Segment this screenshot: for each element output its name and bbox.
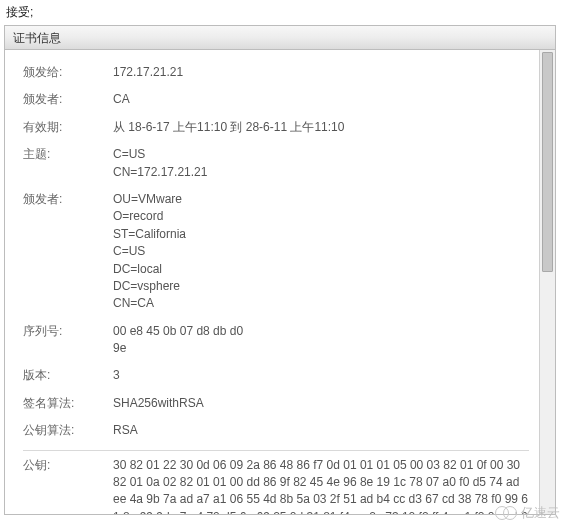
label-validity: 有效期: [23,119,113,136]
label-pk-algo: 公钥算法: [23,422,113,439]
value-issued-by: OU=VMware O=record ST=California C=US DC… [113,191,529,313]
vertical-scrollbar[interactable] [539,50,555,514]
label-issued-by: 颁发者: [23,191,113,208]
value-version: 3 [113,367,529,384]
value-pubkey: 30 82 01 22 30 0d 06 09 2a 86 48 86 f7 0… [113,457,529,514]
value-issued-to: 172.17.21.21 [113,64,529,81]
value-subject: C=US CN=172.17.21.21 [113,146,529,181]
label-version: 版本: [23,367,113,384]
label-issued-to: 颁发给: [23,64,113,81]
certificate-details: 颁发给: 172.17.21.21 颁发者: CA 有效期: 从 18-6-17… [5,50,539,514]
certificate-info-dialog: 证书信息 颁发给: 172.17.21.21 颁发者: CA 有效期: 从 18… [4,25,556,515]
scrollbar-thumb[interactable] [542,52,553,272]
dialog-title: 证书信息 [5,26,555,50]
label-subject: 主题: [23,146,113,163]
label-serial: 序列号: [23,323,113,340]
value-pk-algo: RSA [113,422,529,439]
value-sig-algo: SHA256withRSA [113,395,529,412]
section-divider [23,450,529,451]
value-serial: 00 e8 45 0b 07 d8 db d0 9e [113,323,529,358]
label-sig-algo: 签名算法: [23,395,113,412]
value-validity: 从 18-6-17 上午11:10 到 28-6-11 上午11:10 [113,119,529,136]
label-pubkey: 公钥: [23,457,113,474]
value-issued-by-top: CA [113,91,529,108]
accept-label: 接受; [0,0,566,25]
label-issued-by-top: 颁发者: [23,91,113,108]
